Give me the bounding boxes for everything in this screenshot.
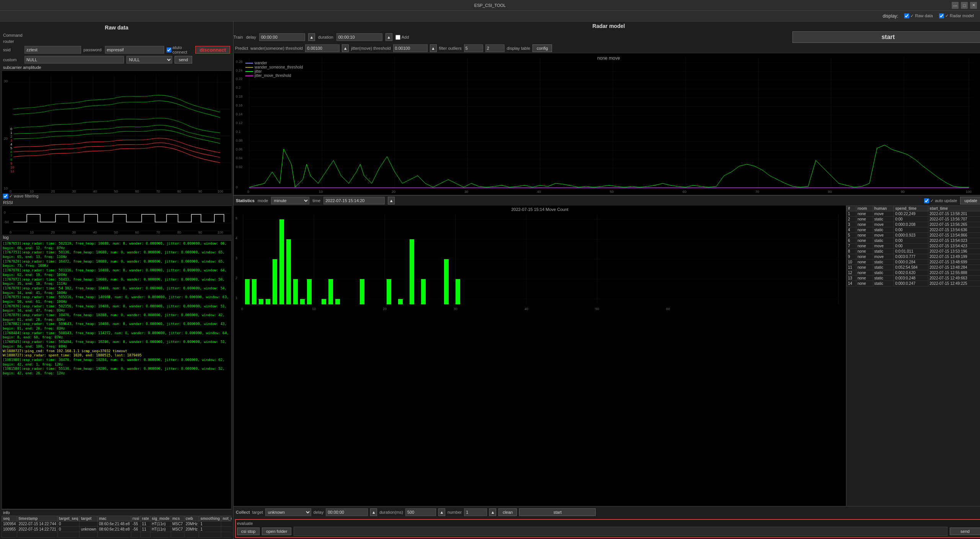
col-rssi: rssi xyxy=(131,516,141,521)
th-human: human xyxy=(873,206,894,211)
svg-text:30: 30 xyxy=(72,230,76,234)
svg-rect-127 xyxy=(252,279,256,304)
auto-connect-label[interactable]: atuto connect xyxy=(167,45,193,54)
clean-button[interactable]: clean xyxy=(498,508,517,516)
svg-text:40: 40 xyxy=(93,189,97,193)
svg-text:0: 0 xyxy=(247,190,249,194)
jitter-up[interactable]: ▲ xyxy=(430,44,437,52)
col-mcs: mcs xyxy=(171,516,184,521)
train-row: Train delay ▲ duration ▲ Add start xyxy=(234,31,980,44)
svg-text:0: 0 xyxy=(241,307,243,311)
svg-rect-132 xyxy=(286,239,291,304)
stats-row: 5nonemove0:000:0.9232022-07-15 13:54:866 xyxy=(847,233,980,238)
train-delay-up[interactable]: ▲ xyxy=(308,33,315,41)
log-line: [1767872]:esp_radar: time: 50413, free_h… xyxy=(3,278,230,286)
right-panel: Radar model Train delay ▲ duration ▲ Add… xyxy=(234,21,980,539)
collect-duration-input[interactable] xyxy=(405,508,436,516)
svg-text:0.18: 0.18 xyxy=(236,95,243,98)
jitter-threshold-input[interactable] xyxy=(393,44,428,52)
add-checkbox[interactable]: Add xyxy=(395,35,409,40)
log-line: [1767829]:esp_radar: time: 16472, free_h… xyxy=(3,260,230,268)
open-folder-button[interactable]: open folder xyxy=(262,528,291,535)
custom-input1[interactable] xyxy=(24,56,124,64)
log-line: [1767879]:esp_radar: time: 10476, free_h… xyxy=(3,313,230,322)
subcarrier-title: subcarrier amplitude xyxy=(2,64,232,70)
raw-data-title: Raw data xyxy=(2,23,232,32)
log-line: [1768484]:esp_radar: time: 508143, free_… xyxy=(3,331,230,340)
svg-text:11: 11 xyxy=(10,169,14,173)
svg-text:3: 3 xyxy=(10,139,12,142)
log-line-warning: W(1880727):ping_cmd: from 192.168.1.1 ic… xyxy=(3,349,230,354)
log-line: [1767653]:esp_radar: time: 502119, free_… xyxy=(3,242,230,250)
radar-model-toggle[interactable]: ✓ Radar model xyxy=(939,13,974,18)
collect-delay-input[interactable] xyxy=(326,508,368,516)
evaluate-send-button[interactable]: send xyxy=(950,528,980,535)
main-layout: Raw data Command router ssid password at… xyxy=(0,21,980,539)
time-input[interactable] xyxy=(323,197,385,204)
info-area: info seq timestamp target_seq target mac… xyxy=(2,509,232,537)
svg-text:30: 30 xyxy=(454,307,457,311)
time-up[interactable]: ▲ xyxy=(388,197,395,204)
collect-delay-up[interactable]: ▲ xyxy=(370,508,377,516)
svg-rect-136 xyxy=(322,299,326,304)
log-line: [1767875]:esp_radar: time: 505316, free_… xyxy=(3,295,230,304)
svg-text:50: 50 xyxy=(610,190,614,194)
wander-up[interactable]: ▲ xyxy=(342,44,349,52)
train-duration-up[interactable]: ▲ xyxy=(385,33,392,41)
mode-select[interactable]: minute xyxy=(271,197,309,204)
evaluate-input-area[interactable] xyxy=(294,527,947,536)
col-cwb: cwb xyxy=(184,516,199,521)
window-controls[interactable]: — □ ✕ xyxy=(952,2,977,9)
stats-row: 6nonestatic0:002022-07-15 13:54:023 xyxy=(847,238,980,243)
close-button[interactable]: ✕ xyxy=(970,2,977,9)
target-select[interactable]: unknown xyxy=(265,508,311,516)
collect-start-button[interactable]: start xyxy=(519,508,596,516)
jitter-label: jitter(move) threshold xyxy=(351,46,390,51)
filter-val2-input[interactable] xyxy=(485,44,505,52)
collect-number-input[interactable] xyxy=(464,508,487,516)
info-title: info xyxy=(2,510,232,516)
train-duration-input[interactable] xyxy=(336,33,382,41)
command-row: Command xyxy=(2,32,232,38)
th-start-time: start_time xyxy=(928,206,980,211)
svg-text:40: 40 xyxy=(93,230,97,234)
router-row: router xyxy=(2,38,232,44)
csi-stop-button[interactable]: csi stop xyxy=(237,528,260,535)
send-button[interactable]: send xyxy=(175,56,192,64)
config-button[interactable]: config xyxy=(532,44,552,52)
stats-table: # room human spend_time start_time 1none… xyxy=(846,206,980,506)
wave-filtering-toggle[interactable]: ✓ wave filtering xyxy=(3,194,38,199)
duration-label: duration xyxy=(318,35,333,39)
svg-text:70: 70 xyxy=(755,190,759,194)
ssid-input[interactable] xyxy=(24,46,81,54)
ssid-label: ssid xyxy=(3,47,22,52)
raw-data-toggle[interactable]: ✓ Raw data xyxy=(904,13,933,18)
log-line: [1767876]:esp_radar: time: 502356, free_… xyxy=(3,304,230,313)
svg-text:30: 30 xyxy=(464,190,468,194)
train-delay-input[interactable] xyxy=(259,33,305,41)
train-start-button[interactable]: start xyxy=(792,31,980,43)
log-line-warning: W(1880727):esp_radar: spent_time: 1020, … xyxy=(3,353,230,358)
auto-update-toggle[interactable]: ✓ auto update xyxy=(924,198,957,203)
minimize-button[interactable]: — xyxy=(952,2,959,9)
disconnect-button[interactable]: disconnect xyxy=(195,46,230,54)
svg-text:30: 30 xyxy=(72,189,76,193)
custom-select[interactable]: NULL xyxy=(126,56,172,64)
update-button[interactable]: update xyxy=(960,197,980,204)
collect-number-up[interactable]: ▲ xyxy=(489,508,496,516)
svg-text:0.08: 0.08 xyxy=(236,139,243,142)
svg-text:10: 10 xyxy=(319,190,323,194)
svg-text:20: 20 xyxy=(51,189,55,193)
svg-rect-137 xyxy=(328,279,333,304)
col-target: target xyxy=(80,516,98,521)
stats-row: 3nonemove0:000:0.2082022-07-15 13:56:265 xyxy=(847,222,980,227)
log-line: [1767878]:esp_radar: time: 501136, free_… xyxy=(3,268,230,277)
maximize-button[interactable]: □ xyxy=(961,2,968,9)
collect-duration-up[interactable]: ▲ xyxy=(438,508,445,516)
svg-text:60: 60 xyxy=(135,189,139,193)
svg-text:0.22: 0.22 xyxy=(236,77,243,81)
password-input[interactable] xyxy=(105,46,164,54)
delay-label: delay xyxy=(246,35,256,39)
filter-val1-input[interactable] xyxy=(464,44,483,52)
wander-threshold-input[interactable] xyxy=(305,44,340,52)
